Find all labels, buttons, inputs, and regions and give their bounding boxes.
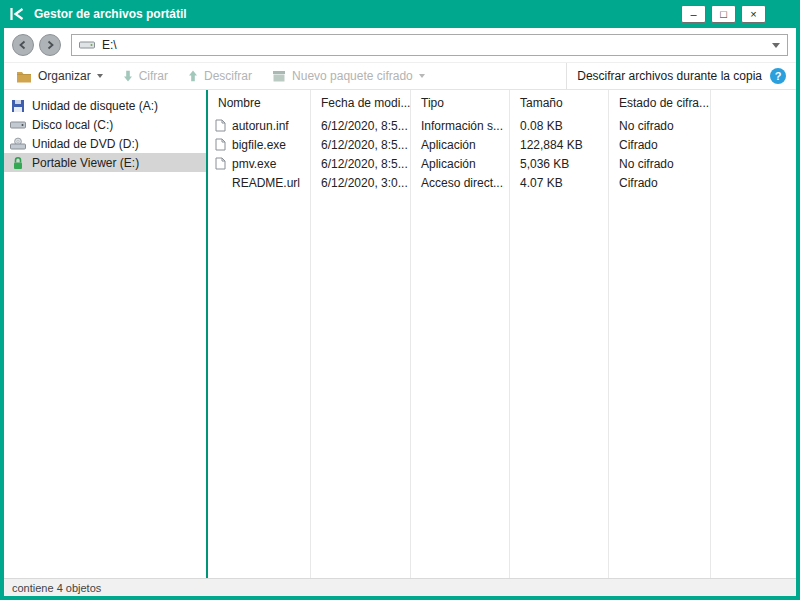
file-row-name[interactable]: pmv.exe: [208, 154, 310, 173]
column-status: Estado de cifra... No cifrado Cifrado No…: [609, 90, 711, 578]
hdd-icon: [9, 119, 26, 131]
encrypt-button[interactable]: Cifrar: [113, 63, 178, 89]
column-type: Tipo Información s... Aplicación Aplicac…: [411, 90, 510, 578]
file-name: bigfile.exe: [232, 138, 286, 152]
column-header-tamano[interactable]: Tamaño: [510, 90, 608, 116]
file-row-status[interactable]: Cifrado: [609, 135, 710, 154]
main-area: Unidad de disquete (A:) Disco local (C:): [4, 90, 796, 578]
address-bar[interactable]: E:\: [71, 34, 788, 56]
status-bar: contiene 4 objetos: [4, 578, 796, 596]
window-controls: – □ ×: [681, 5, 766, 23]
column-header-nombre[interactable]: Nombre: [208, 90, 310, 116]
file-row-type[interactable]: Acceso direct...: [411, 173, 509, 192]
forward-arrow-icon: [45, 40, 55, 50]
package-icon: [272, 70, 286, 82]
new-package-label: Nuevo paquete cifrado: [292, 69, 413, 83]
file-name: README.url: [232, 176, 300, 190]
sidebar-item-local-c[interactable]: Disco local (C:): [4, 115, 206, 134]
app-window: Gestor de archivos portátil – □ ×: [0, 0, 800, 600]
lock-icon: [9, 156, 26, 170]
sidebar-item-label: Portable Viewer (E:): [32, 156, 139, 170]
sidebar-item-label: Unidad de DVD (D:): [32, 137, 139, 151]
chevron-down-icon: [97, 74, 103, 78]
sidebar-item-floppy-a[interactable]: Unidad de disquete (A:): [4, 96, 206, 115]
folder-icon: [16, 70, 32, 83]
column-name: Nombre autorun.inf bigfile.exe: [208, 90, 311, 578]
file-icon: [215, 138, 227, 151]
arrow-down-icon: [123, 70, 133, 82]
file-icon: [215, 157, 227, 170]
column-date: Fecha de modi... 6/12/2020, 8:5... 6/12/…: [311, 90, 411, 578]
navigation-bar: E:\: [4, 28, 796, 62]
arrow-up-icon: [188, 70, 198, 82]
address-text: E:\: [102, 38, 765, 52]
drive-tree: Unidad de disquete (A:) Disco local (C:): [4, 90, 206, 578]
file-row-name[interactable]: bigfile.exe: [208, 135, 310, 154]
floppy-icon: [9, 99, 26, 113]
file-list: Nombre autorun.inf bigfile.exe: [208, 90, 796, 578]
back-arrow-icon: [18, 40, 28, 50]
copy-option-label: Descifrar archivos durante la copia: [577, 69, 762, 83]
organize-label: Organizar: [38, 69, 91, 83]
column-header-fecha[interactable]: Fecha de modi...: [311, 90, 410, 116]
kaspersky-logo-icon: [8, 5, 26, 23]
column-header-estado[interactable]: Estado de cifra...: [609, 90, 710, 116]
file-name: autorun.inf: [232, 119, 289, 133]
sidebar-item-label: Unidad de disquete (A:): [32, 99, 158, 113]
client-area: E:\ Organizar Cifrar: [4, 28, 796, 596]
file-icon: [215, 119, 227, 132]
maximize-button[interactable]: □: [711, 5, 736, 23]
file-row-date[interactable]: 6/12/2020, 8:5...: [311, 116, 410, 135]
status-text: contiene 4 objetos: [12, 582, 101, 594]
file-row-type[interactable]: Aplicación: [411, 154, 509, 173]
column-size: Tamaño 0.08 KB 122,884 KB 5,036 KB 4.07 …: [510, 90, 609, 578]
toolbar-right-group: Descifrar archivos durante la copia ?: [566, 63, 796, 89]
sidebar-item-dvd-d[interactable]: Unidad de DVD (D:): [4, 134, 206, 153]
new-package-button[interactable]: Nuevo paquete cifrado: [262, 63, 435, 89]
back-button[interactable]: [12, 34, 34, 56]
titlebar: Gestor de archivos portátil – □ ×: [0, 0, 800, 28]
sidebar-item-label: Disco local (C:): [32, 118, 113, 132]
help-icon[interactable]: ?: [770, 68, 786, 84]
column-header-tipo[interactable]: Tipo: [411, 90, 509, 116]
file-row-size[interactable]: 5,036 KB: [510, 154, 608, 173]
file-row-size[interactable]: 4.07 KB: [510, 173, 608, 192]
file-row-date[interactable]: 6/12/2020, 8:5...: [311, 135, 410, 154]
file-row-date[interactable]: 6/12/2020, 3:0...: [311, 173, 410, 192]
file-row-size[interactable]: 122,884 KB: [510, 135, 608, 154]
toolbar-left-group: Organizar Cifrar Descifrar: [4, 63, 566, 89]
organize-button[interactable]: Organizar: [6, 63, 113, 89]
file-row-type[interactable]: Aplicación: [411, 135, 509, 154]
encrypt-label: Cifrar: [139, 69, 168, 83]
window-title: Gestor de archivos portátil: [34, 7, 187, 21]
dvd-icon: [9, 137, 26, 150]
close-button[interactable]: ×: [741, 5, 766, 23]
file-row-status[interactable]: No cifrado: [609, 154, 710, 173]
decrypt-label: Descifrar: [204, 69, 252, 83]
chevron-down-icon[interactable]: [772, 43, 780, 48]
minimize-button[interactable]: –: [681, 5, 706, 23]
file-name: pmv.exe: [232, 157, 276, 171]
chevron-down-icon: [419, 74, 425, 78]
forward-button[interactable]: [39, 34, 61, 56]
file-row-name[interactable]: README.url: [208, 173, 310, 192]
file-row-size[interactable]: 0.08 KB: [510, 116, 608, 135]
file-row-date[interactable]: 6/12/2020, 8:5...: [311, 154, 410, 173]
file-row-status[interactable]: No cifrado: [609, 116, 710, 135]
file-row-name[interactable]: autorun.inf: [208, 116, 310, 135]
column-filler: [711, 90, 796, 578]
decrypt-button[interactable]: Descifrar: [178, 63, 262, 89]
file-row-status[interactable]: Cifrado: [609, 173, 710, 192]
drive-icon: [79, 40, 95, 50]
sidebar-item-portable-e[interactable]: Portable Viewer (E:): [4, 153, 206, 172]
toolbar: Organizar Cifrar Descifrar: [4, 62, 796, 90]
file-row-type[interactable]: Información s...: [411, 116, 509, 135]
